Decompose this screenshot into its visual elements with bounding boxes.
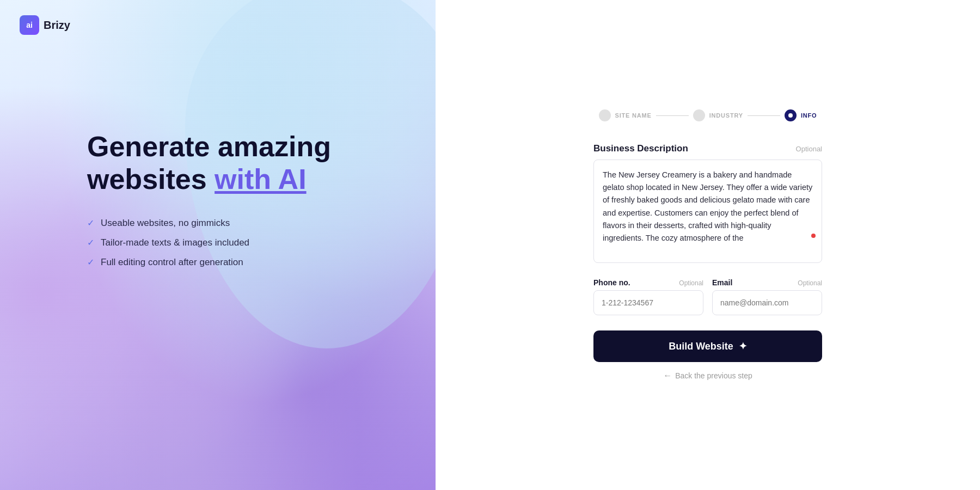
step-circle-industry xyxy=(693,109,705,121)
build-button-label: Build Website xyxy=(669,341,733,352)
form-container: SITE NAME INDUSTRY INFO Business Descrip… xyxy=(593,109,822,381)
description-textarea[interactable]: The New Jersey Creamery is a bakery and … xyxy=(593,160,822,263)
step-label-site-name: SITE NAME xyxy=(615,112,652,119)
stepper: SITE NAME INDUSTRY INFO xyxy=(593,109,822,121)
step-info: INFO xyxy=(785,109,817,121)
back-link[interactable]: ← Back the previous step xyxy=(593,371,822,381)
step-divider-1 xyxy=(656,115,689,116)
step-industry: INDUSTRY xyxy=(693,109,743,121)
back-arrow-icon: ← xyxy=(663,371,672,381)
phone-label-row: Phone no. Optional xyxy=(593,278,703,287)
phone-input[interactable] xyxy=(593,290,703,315)
phone-optional: Optional xyxy=(679,279,703,287)
step-site-name: SITE NAME xyxy=(599,109,652,121)
red-dot-indicator xyxy=(811,234,816,238)
logo[interactable]: ai Brizy xyxy=(20,15,70,35)
description-wrapper: The New Jersey Creamery is a bakery and … xyxy=(593,160,822,265)
phone-field-group: Phone no. Optional xyxy=(593,278,703,315)
logo-icon: ai xyxy=(20,15,39,35)
feature-item-3: ✓ Full editing control after generation xyxy=(87,257,403,268)
feature-item-1: ✓ Useable websites, no gimmicks xyxy=(87,218,403,229)
left-panel: ai Brizy Generate amazing websites with … xyxy=(0,0,436,490)
hero-title: Generate amazing websites with AI xyxy=(87,131,403,196)
build-website-button[interactable]: Build Website ✦ xyxy=(593,330,822,362)
email-label: Email xyxy=(712,278,732,287)
step-label-industry: INDUSTRY xyxy=(709,112,743,119)
description-title: Business Description xyxy=(593,143,688,154)
check-icon-1: ✓ xyxy=(87,218,94,228)
step-circle-site-name xyxy=(599,109,611,121)
feature-text-3: Full editing control after generation xyxy=(101,257,243,268)
feature-text-1: Useable websites, no gimmicks xyxy=(101,218,230,229)
email-input[interactable] xyxy=(712,290,822,315)
sparkle-icon: ✦ xyxy=(739,340,747,352)
description-optional: Optional xyxy=(796,145,822,153)
back-link-label: Back the previous step xyxy=(675,371,752,380)
logo-text: Brizy xyxy=(44,19,70,32)
step-circle-info xyxy=(785,109,797,121)
email-field-group: Email Optional xyxy=(712,278,822,315)
right-panel: SITE NAME INDUSTRY INFO Business Descrip… xyxy=(436,0,980,490)
hero-content: Generate amazing websites with AI ✓ Usea… xyxy=(87,131,403,268)
step-label-info: INFO xyxy=(801,112,817,119)
feature-text-2: Tailor-made texts & images included xyxy=(101,237,249,248)
email-optional: Optional xyxy=(798,279,822,287)
phone-label: Phone no. xyxy=(593,278,630,287)
fields-row: Phone no. Optional Email Optional xyxy=(593,278,822,315)
hero-highlight: with AI xyxy=(215,163,307,195)
email-label-row: Email Optional xyxy=(712,278,822,287)
description-header: Business Description Optional xyxy=(593,143,822,154)
step-divider-2 xyxy=(748,115,780,116)
check-icon-2: ✓ xyxy=(87,237,94,248)
feature-item-2: ✓ Tailor-made texts & images included xyxy=(87,237,403,248)
check-icon-3: ✓ xyxy=(87,257,94,267)
feature-list: ✓ Useable websites, no gimmicks ✓ Tailor… xyxy=(87,218,403,268)
